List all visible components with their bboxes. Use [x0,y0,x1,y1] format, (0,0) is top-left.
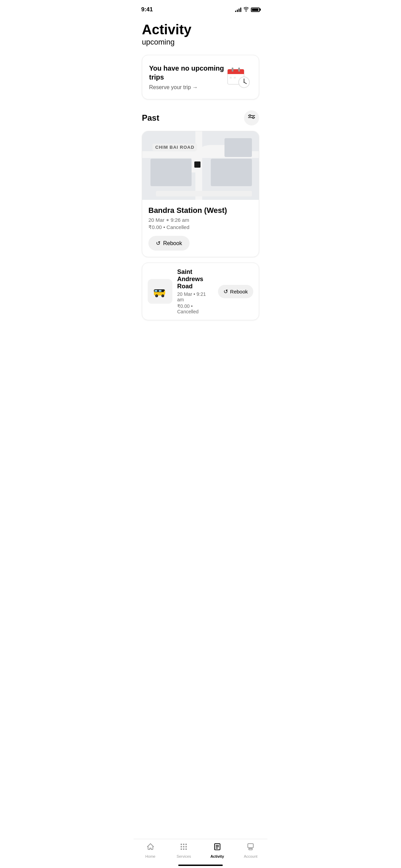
calendar-clock-icon [224,63,252,91]
svg-rect-2 [228,72,244,74]
signal-icon [235,7,241,12]
upcoming-card-text: You have no upcoming trips Reserve your … [149,64,224,91]
rebook-label-small: Rebook [230,289,248,294]
svg-rect-18 [155,290,157,292]
trip-card-body: Bandra Station (West) 20 Mar 9:26 am ₹0.… [142,200,259,257]
map-building [211,159,252,186]
trip-cancelled: Cancelled [167,224,190,230]
trip-destination: Bandra Station (West) [148,206,253,215]
trip-small-status: ₹0.00 • Cancelled [177,303,213,314]
rebook-button-large[interactable]: ↺ Rebook [148,236,190,251]
svg-rect-3 [232,68,233,72]
status-time: 9:41 [141,6,153,13]
no-trips-title: You have no upcoming trips [149,64,224,82]
svg-rect-6 [234,77,236,79]
trip-dot [167,219,169,221]
wifi-icon [243,7,249,13]
map-building [224,138,252,157]
filter-button[interactable] [244,110,259,125]
trip-small-cancelled: Cancelled [177,309,198,314]
map-pin [194,161,200,168]
trip-card-large: CHIM BAI ROAD Bandra Station (West) 20 M… [142,131,259,257]
filter-icon [248,114,255,122]
svg-rect-19 [159,290,161,292]
status-bar: 9:41 [134,0,267,16]
svg-rect-5 [230,77,232,79]
trip-time: 9:26 am [171,217,189,223]
trip-card-small: Saint Andrews Road 20 Mar • 9:21 am ₹0.0… [142,263,259,320]
trip-status: ₹0.00 • Cancelled [148,224,253,230]
trip-meta: 20 Mar 9:26 am [148,217,253,223]
past-section-header: Past [142,110,259,125]
svg-rect-24 [164,291,165,294]
rebook-label: Rebook [163,240,182,246]
page-title: Activity [142,22,259,37]
trip-small-destination: Saint Andrews Road [177,268,213,290]
trip-amount: ₹0.00 [148,224,162,230]
map-road [156,191,252,196]
main-content: Activity upcoming You have no upcoming t… [134,16,267,357]
map-preview: CHIM BAI ROAD [142,131,259,200]
svg-point-21 [156,295,157,297]
svg-rect-4 [238,68,240,72]
rebook-button-small[interactable]: ↺ Rebook [218,285,253,298]
page-subtitle: upcoming [142,38,259,47]
trip-card-small-info: Saint Andrews Road 20 Mar • 9:21 am ₹0.0… [177,268,213,314]
rebook-icon-small: ↺ [223,288,228,295]
upcoming-card: You have no upcoming trips Reserve your … [142,55,259,99]
trip-date: 20 Mar [148,217,165,223]
vehicle-thumbnail [148,279,172,304]
reserve-link[interactable]: Reserve your trip → [149,84,224,91]
svg-point-23 [162,295,163,297]
svg-point-15 [253,117,254,118]
status-icons [235,7,260,13]
battery-icon [251,8,260,12]
past-title: Past [142,113,159,123]
rebook-icon: ↺ [156,240,160,246]
trip-small-date: 20 Mar [177,291,192,297]
trip-small-amount: ₹0.00 [177,303,190,309]
trip-small-meta: 20 Mar • 9:21 am [177,291,213,302]
map-building [150,159,192,186]
svg-point-14 [249,114,251,116]
map-road-label: CHIM BAI ROAD [153,144,197,151]
svg-point-11 [244,82,245,83]
